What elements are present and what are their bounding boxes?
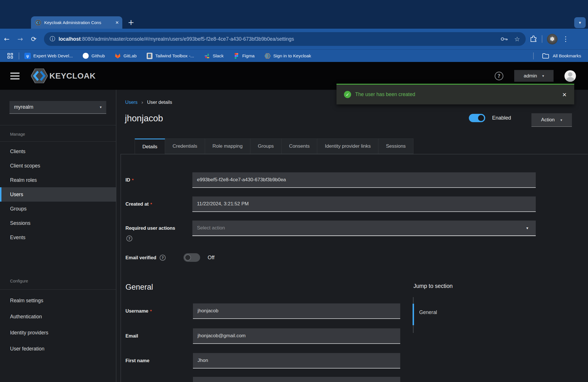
slack-icon — [204, 53, 210, 59]
url-text: localhost:8080/admin/master/console/#/my… — [59, 36, 497, 42]
jump-active-indicator — [413, 304, 414, 325]
site-info-icon[interactable]: ⓘ — [50, 35, 55, 43]
tab-identity-provider-links[interactable]: Identity provider links — [317, 139, 378, 154]
tab-title: Keycloak Administration Cons — [44, 20, 113, 25]
sidebar-item-authentication[interactable]: Authentication — [0, 309, 116, 325]
toast-close-icon[interactable]: ✕ — [562, 91, 567, 98]
github-icon — [83, 53, 89, 59]
browser-profile-avatar[interactable]: ✽ — [547, 34, 558, 44]
sidebar: myrealm ▾ Manage Clients Client scopes R… — [0, 90, 116, 382]
username-input[interactable] — [193, 303, 400, 319]
user-avatar[interactable] — [564, 70, 576, 82]
extensions-icon[interactable] — [530, 35, 537, 43]
breadcrumb-users-link[interactable]: Users — [125, 100, 138, 105]
back-icon[interactable]: ← — [0, 35, 13, 43]
admin-caret-icon: ▾ — [542, 74, 544, 78]
bookmark-keycloak[interactable]: Sign in to Keycloak — [264, 53, 311, 59]
tab-details[interactable]: Details — [135, 139, 165, 154]
tab-sessions[interactable]: Sessions — [378, 139, 413, 154]
first-name-input[interactable] — [193, 353, 400, 369]
sidebar-item-groups[interactable]: Groups — [0, 202, 116, 216]
help-icon[interactable]: ? — [495, 72, 503, 80]
hamburger-menu-icon[interactable] — [10, 73, 20, 79]
tab-close-icon[interactable]: ✕ — [115, 20, 119, 25]
browser-toolbar: ← → ⟳ ⓘ localhost:8080/admin/master/cons… — [0, 29, 588, 49]
browser-tab-strip: Keycloak Administration Cons ✕ + ▾ — [0, 0, 588, 29]
admin-user-menu[interactable]: admin ▾ — [514, 70, 554, 82]
admin-user-label: admin — [524, 73, 537, 79]
enabled-label: Enabled — [492, 115, 511, 121]
all-bookmarks-divider — [533, 52, 534, 59]
success-check-icon: ✓ — [344, 91, 351, 98]
sidebar-item-identity-providers[interactable]: Identity providers — [0, 325, 116, 341]
browser-tab[interactable]: Keycloak Administration Cons ✕ — [31, 16, 122, 29]
main-content: Users › User details jhonjacob Enabled A… — [116, 90, 588, 382]
sidebar-item-client-scopes[interactable]: Client scopes — [0, 159, 116, 173]
success-toast: ✓ The user has been created ✕ — [336, 84, 574, 104]
realm-caret-icon: ▾ — [100, 105, 102, 109]
manage-section-label: Manage — [10, 132, 25, 137]
bookmark-tailwind[interactable]: Tailwind Toolbox -... — [146, 53, 194, 59]
required-asterisk: * — [132, 178, 134, 182]
required-asterisk: * — [150, 202, 152, 206]
page-title: jhonjacob — [125, 113, 163, 124]
sidebar-item-user-federation[interactable]: User federation — [0, 341, 116, 357]
enabled-toggle[interactable] — [469, 114, 485, 122]
sidebar-item-events[interactable]: Events — [0, 230, 116, 245]
tab-search-button[interactable]: ▾ — [574, 17, 586, 28]
sidebar-item-clients[interactable]: Clients — [0, 144, 116, 159]
password-key-icon[interactable] — [500, 37, 508, 41]
browser-menu-icon[interactable]: ⋮ — [562, 35, 569, 43]
configure-section-label: Configure — [10, 279, 28, 283]
folder-icon — [542, 53, 549, 59]
bookmarks-bar: ψ Expert Web Devel... GIthub GitLab Tail… — [0, 49, 588, 62]
breadcrumb: Users › User details — [125, 99, 172, 105]
id-input[interactable] — [192, 172, 536, 188]
bookmark-star-icon[interactable]: ☆ — [514, 36, 520, 43]
sidebar-item-users[interactable]: Users — [0, 187, 116, 202]
keycloak-brand-text: KEYCLOAK — [49, 71, 96, 81]
bookmarks-divider — [19, 52, 19, 59]
email-input[interactable] — [193, 328, 400, 344]
jump-item-general[interactable]: General — [419, 309, 437, 315]
sidebar-divider — [0, 125, 116, 125]
all-bookmarks[interactable]: All Bookmarks — [533, 52, 581, 59]
details-panel: ID* Created at* Required user actions ? … — [121, 154, 588, 382]
forward-icon[interactable]: → — [13, 35, 27, 43]
sidebar-item-realm-settings[interactable]: Realm settings — [0, 293, 116, 309]
bookmark-github[interactable]: GIthub — [83, 53, 105, 59]
gitlab-icon — [115, 53, 121, 59]
toast-message: The user has been created — [355, 91, 562, 98]
sidebar-item-realm-roles[interactable]: Realm roles — [0, 173, 116, 187]
tailwind-toolbox-icon — [146, 53, 153, 59]
realm-selector[interactable]: myrealm ▾ — [9, 101, 106, 114]
select-caret-icon: ▾ — [526, 226, 528, 230]
keycloak-logo[interactable]: KEYCLOAK — [31, 69, 96, 83]
tab-consents[interactable]: Consents — [282, 139, 318, 154]
bookmark-gitlab[interactable]: GitLab — [115, 53, 137, 59]
action-caret-icon: ▾ — [560, 118, 562, 122]
tab-groups[interactable]: Groups — [250, 139, 282, 154]
email-verified-label: Email verified — [125, 255, 156, 260]
tab-credentials[interactable]: Credentials — [165, 139, 205, 154]
screen: Keycloak Administration Cons ✕ + ▾ ← → ⟳… — [0, 0, 588, 382]
new-tab-button[interactable]: + — [128, 18, 134, 27]
bookmark-figma[interactable]: Figma — [233, 53, 255, 59]
created-at-input[interactable] — [192, 196, 536, 212]
action-dropdown[interactable]: Action ▾ — [531, 113, 572, 127]
last-name-input[interactable] — [193, 377, 400, 382]
required-user-actions-select[interactable]: Select action ▾ — [192, 221, 536, 236]
user-detail-tabs: Details Credentials Role mapping Groups … — [135, 139, 413, 154]
reload-icon[interactable]: ⟳ — [27, 35, 40, 43]
email-verified-help-icon[interactable]: ? — [160, 255, 166, 261]
required-actions-help-icon[interactable]: ? — [126, 235, 132, 241]
keycloak-favicon-icon — [35, 20, 41, 26]
bookmark-expert-web[interactable]: ψ Expert Web Devel... — [24, 53, 73, 59]
bookmark-slack[interactable]: Slack — [204, 53, 224, 59]
apps-grid-icon[interactable] — [7, 53, 13, 59]
tab-role-mapping[interactable]: Role mapping — [205, 139, 250, 154]
address-bar[interactable]: ⓘ localhost:8080/admin/master/console/#/… — [44, 32, 526, 46]
first-name-label: First name — [125, 358, 149, 363]
sidebar-item-sessions[interactable]: Sessions — [0, 216, 116, 230]
email-verified-toggle[interactable] — [183, 253, 200, 262]
